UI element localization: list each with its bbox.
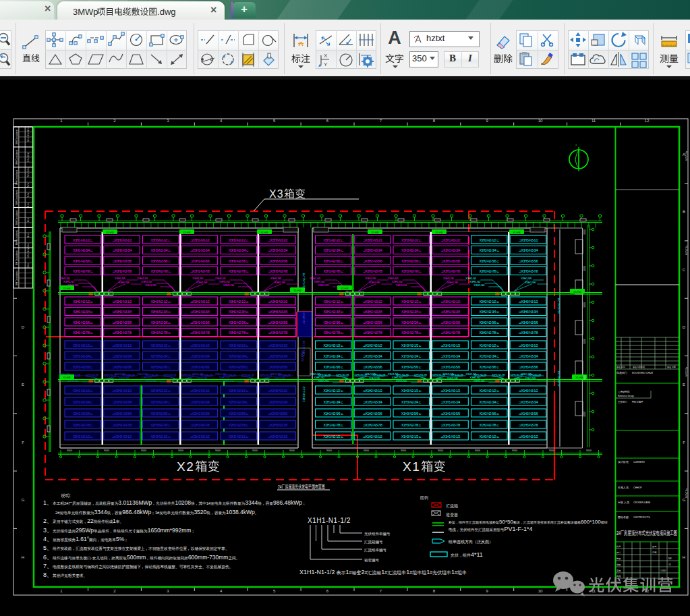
svg-text:X2H1-N2-3/4 ⊏: X2H1-N2-3/4 ⊏ bbox=[73, 400, 93, 404]
svg-text:⊐X3H3-N3-3/4: ⊐X3H3-N3-3/4 bbox=[519, 310, 538, 314]
svg-text:2#厂房屋顶分布式光伏发电项目施工图: 2#厂房屋顶分布式光伏发电项目施工图 bbox=[616, 530, 677, 537]
svg-text:X3H3-N2-1/2 ⊏: X3H3-N2-1/2 ⊏ bbox=[401, 300, 422, 304]
svg-text:X3H1-N3: X3H1-N3 bbox=[223, 283, 235, 287]
svg-text:制图: 制图 bbox=[616, 557, 621, 560]
svg-text:CURRENT: CURRENT bbox=[633, 461, 645, 464]
svg-text:X3H1-N5: X3H1-N5 bbox=[270, 277, 282, 280]
svg-text:X3H1-N2-5/6 ⊏: X3H1-N2-5/6 ⊏ bbox=[73, 259, 93, 263]
svg-text:X2H4-N1-1/2: X2H4-N1-1/2 bbox=[302, 386, 306, 402]
svg-text:BIM Consultants: BIM Consultants bbox=[16, 129, 18, 144]
svg-text:9000: 9000 bbox=[215, 449, 221, 452]
svg-text:X1H1-N2-5/6 ⊏: X1H1-N2-5/6 ⊏ bbox=[323, 365, 343, 369]
svg-text:⊐X3H1-N3-3/4: ⊐X3H1-N3-3/4 bbox=[440, 248, 460, 252]
svg-text:X2H3-N2-5/6 ⊏: X2H3-N2-5/6 ⊏ bbox=[150, 412, 171, 416]
svg-text:X1H3-N2-5/6 ⊏: X1H3-N2-5/6 ⊏ bbox=[401, 365, 422, 369]
svg-text:C: C bbox=[683, 268, 686, 272]
svg-text:BIM Consultants: BIM Consultants bbox=[16, 149, 18, 165]
svg-text:BIM Consultants: BIM Consultants bbox=[16, 250, 18, 266]
svg-text:2: 2 bbox=[113, 119, 116, 123]
svg-text:⊐X1H2-N3-1/2: ⊐X1H2-N3-1/2 bbox=[363, 435, 382, 439]
svg-text:3000: 3000 bbox=[583, 266, 586, 271]
svg-text:X2H1-N1-7/8: X2H1-N1-7/8 bbox=[473, 374, 486, 376]
svg-text:汇流组串编号: 汇流组串编号 bbox=[364, 548, 387, 553]
svg-text:8、其他详见相关要求。: 8、其他详见相关要求。 bbox=[43, 571, 87, 578]
svg-text:X2H1-N1-7/8: X2H1-N1-7/8 bbox=[145, 374, 158, 376]
svg-text:8: 8 bbox=[433, 589, 436, 593]
svg-text:X2H1-N1-7/8: X2H1-N1-7/8 bbox=[223, 374, 236, 376]
svg-text:X1H3-N2-1/2 ⊏: X1H3-N2-1/2 ⊏ bbox=[401, 435, 422, 439]
svg-text:PRD STAFF: PRD STAFF bbox=[632, 401, 643, 403]
svg-text:X3H3-N2-7/8 ⊏: X3H3-N2-7/8 ⊏ bbox=[401, 269, 422, 273]
svg-text:X1H1-N2-1/2 ⊏: X1H1-N2-1/2 ⊏ bbox=[323, 343, 343, 347]
svg-text:X1H1-N1-1/2: X1H1-N1-1/2 bbox=[308, 517, 351, 524]
svg-text:箱变编号: 箱变编号 bbox=[364, 558, 380, 563]
svg-text:⊐X1H1-N3-3/4: ⊐X1H1-N3-3/4 bbox=[440, 354, 460, 358]
svg-text:⊐X3H2-N3-7/8: ⊐X3H2-N3-7/8 bbox=[112, 331, 132, 335]
svg-text:⊐X3H2-N3-5/6: ⊐X3H2-N3-5/6 bbox=[112, 320, 132, 325]
svg-text:X1H5-N1-7/8: X1H5-N1-7/8 bbox=[557, 298, 560, 314]
svg-text:N 4m: N 4m bbox=[27, 183, 30, 187]
svg-text:⊐X2H1-N3-7/8: ⊐X2H1-N3-7/8 bbox=[190, 423, 210, 427]
svg-text:3000: 3000 bbox=[583, 375, 586, 381]
svg-text:N 4m: N 4m bbox=[27, 233, 30, 237]
svg-text:X3H1-N3: X3H1-N3 bbox=[318, 283, 329, 287]
svg-text:⊐X3H1-N3-5/6: ⊐X3H1-N3-5/6 bbox=[440, 320, 460, 325]
svg-text:X3H2-N2-1/2 ⊏: X3H2-N2-1/2 ⊏ bbox=[479, 300, 499, 304]
svg-text:1: 1 bbox=[575, 143, 577, 146]
svg-text:⊐X2H1-N3-1/2: ⊐X2H1-N3-1/2 bbox=[190, 389, 210, 393]
svg-text:X3H1-N6: X3H1-N6 bbox=[196, 281, 208, 284]
svg-text:3MWp: 3MWp bbox=[73, 7, 98, 17]
svg-text:2、采用平铺方式安装，22块组件组成1串。: 2、采用平铺方式安装，22块组件组成1串。 bbox=[43, 517, 123, 524]
svg-text:X3H1-N6: X3H1-N6 bbox=[369, 281, 380, 284]
svg-text:X2H2-N2-3/4 ⊏: X2H2-N2-3/4 ⊏ bbox=[229, 400, 249, 404]
svg-text:X2H2-N2-5/6 ⊏: X2H2-N2-5/6 ⊏ bbox=[229, 365, 249, 369]
svg-text:X2H1-N1-7/8: X2H1-N1-7/8 bbox=[122, 374, 135, 376]
svg-text:3: 3 bbox=[167, 119, 169, 123]
svg-text:⊐X1H3-N3-7/8: ⊐X1H3-N3-7/8 bbox=[519, 423, 538, 427]
svg-text:⊐X1H3-N3-1/2: ⊐X1H3-N3-1/2 bbox=[519, 435, 538, 439]
svg-text:X3H1-N3: X3H1-N3 bbox=[473, 283, 485, 287]
svg-text:XLHB: XLHB bbox=[513, 231, 521, 234]
svg-text:N 4m: N 4m bbox=[27, 157, 30, 161]
svg-text:⊐X1H2-N3-1/2: ⊐X1H2-N3-1/2 bbox=[363, 389, 382, 393]
svg-text:X2H1-N1-7/8: X2H1-N1-7/8 bbox=[336, 374, 349, 376]
svg-text:⊐X2H2-N3-7/8: ⊐X2H2-N3-7/8 bbox=[112, 423, 132, 427]
svg-text:3000: 3000 bbox=[583, 412, 586, 417]
svg-text:XLHB: XLHB bbox=[371, 231, 379, 234]
svg-text:⊐X1H2-N3-3/4: ⊐X1H2-N3-3/4 bbox=[363, 354, 382, 358]
svg-text:⊐X3H1-N3-3/4: ⊐X3H1-N3-3/4 bbox=[190, 310, 210, 314]
svg-text:⊐X3H2-N3-7/8: ⊐X3H2-N3-7/8 bbox=[112, 269, 132, 273]
svg-text:9000: 9000 bbox=[67, 449, 72, 452]
svg-text:X3H3-N2-5/6 ⊏: X3H3-N2-5/6 ⊏ bbox=[150, 259, 171, 263]
svg-text:9000: 9000 bbox=[364, 449, 369, 452]
svg-text:⊐X2H1-N3-3/4: ⊐X2H1-N3-3/4 bbox=[190, 400, 210, 404]
svg-text:9000: 9000 bbox=[289, 449, 295, 452]
svg-text:X3H3-N2-7/8 ⊏: X3H3-N2-7/8 ⊏ bbox=[150, 269, 171, 273]
svg-text:6: 6 bbox=[326, 119, 329, 123]
svg-text:X1H2-N2-5/6 ⊏: X1H2-N2-5/6 ⊏ bbox=[479, 412, 499, 416]
svg-text:⊐X3H3-N3-5/6: ⊐X3H3-N3-5/6 bbox=[519, 259, 538, 263]
svg-text:X3H1-N5: X3H1-N5 bbox=[521, 277, 532, 280]
svg-text:批准人员: 批准人员 bbox=[618, 486, 629, 489]
svg-text:11: 11 bbox=[592, 119, 596, 123]
svg-text:4: 4 bbox=[220, 589, 223, 593]
svg-text:X2H1-N1-7/8: X2H1-N1-7/8 bbox=[163, 374, 176, 376]
svg-text:⊐X3H3-N3-7/8: ⊐X3H3-N3-7/8 bbox=[268, 331, 287, 335]
svg-text:X2H1-N1-7/8: X2H1-N1-7/8 bbox=[372, 374, 385, 376]
svg-text:X2H1-N1-7/8: X2H1-N1-7/8 bbox=[354, 374, 367, 376]
svg-text:X3H1-N2-7/8 ⊏: X3H1-N2-7/8 ⊏ bbox=[73, 269, 93, 273]
svg-text:X3H1-N2-3/4 ⊏: X3H1-N2-3/4 ⊏ bbox=[323, 310, 343, 314]
svg-text:2#厂房屋顶光伏发电平面布置图: 2#厂房屋顶光伏发电平面布置图 bbox=[278, 484, 325, 491]
svg-text:汇流箱: 汇流箱 bbox=[446, 503, 458, 509]
svg-text:X3H1-N6: X3H1-N6 bbox=[119, 281, 130, 284]
svg-text:⊐X2H1-N3-1/2: ⊐X2H1-N3-1/2 bbox=[190, 435, 210, 439]
svg-text:X2H1-N2-3/4 ⊏: X2H1-N2-3/4 ⊏ bbox=[73, 354, 93, 358]
svg-text:10: 10 bbox=[538, 119, 543, 123]
svg-text:X3H1-N5: X3H1-N5 bbox=[115, 277, 126, 280]
svg-text:X1H3-N2-5/6 ⊏: X1H3-N2-5/6 ⊏ bbox=[401, 412, 422, 416]
svg-text:3000: 3000 bbox=[583, 302, 586, 308]
svg-text:H: H bbox=[683, 555, 685, 559]
svg-text:9000: 9000 bbox=[141, 449, 146, 452]
svg-text:X3H1-N5: X3H1-N5 bbox=[365, 277, 376, 280]
svg-text:8: 8 bbox=[433, 119, 436, 123]
